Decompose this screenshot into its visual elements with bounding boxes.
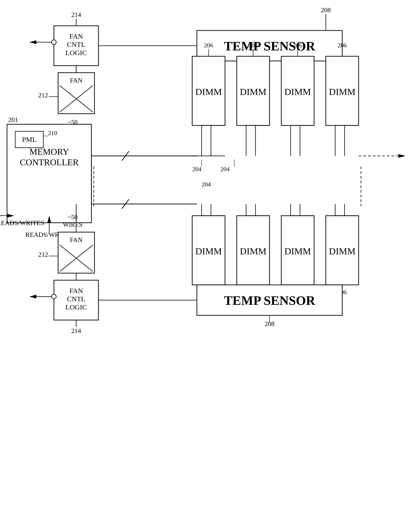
dimm-top-3-label: DIMM (284, 86, 311, 97)
ref-201: 201 (8, 116, 18, 123)
fan-cntl-top-label-line2: CNTL (67, 41, 85, 48)
dimm-top-2-label: DIMM (240, 86, 266, 97)
fan-top-label: FAN (70, 77, 83, 84)
reads-writes-label: READS/WRITES (0, 219, 44, 227)
ref-214-top: 214 (71, 11, 81, 18)
dimm-top-1-label: DIMM (195, 86, 222, 97)
dimm-bottom-2-label: DIMM (240, 246, 266, 256)
pml-label: PML (22, 135, 37, 143)
fan-cntl-top-label-line3: LOGIC (66, 49, 87, 57)
fan-cntl-top-label-line1: FAN (69, 32, 83, 40)
ref-206-top-3: 206 (293, 42, 302, 49)
ref-206-top-1: 206 (204, 42, 213, 49)
dimm-top-4-label: DIMM (329, 86, 355, 97)
fan-bottom-label: FAN (70, 236, 83, 243)
memory-controller-label-line1: MEMORY (29, 147, 69, 157)
ref-206-top-2: 206 (249, 42, 258, 49)
ref-204-top-3: 204 (202, 181, 211, 188)
circle-top-left (52, 40, 56, 45)
fan-cntl-bottom-label-line2: CNTL (67, 295, 85, 303)
ref-204-top-2: 204 (221, 166, 230, 172)
circle-bottom-left (52, 294, 56, 299)
wires-bottom-label-2: WIRES (63, 221, 83, 228)
fan-cntl-bottom-label-line1: FAN (69, 287, 83, 294)
ref-204-top-1: 204 (192, 166, 202, 172)
dimm-bottom-3-label: DIMM (284, 246, 311, 256)
ref-212-top: 212 (38, 91, 48, 99)
ref-212-bottom: 212 (38, 251, 48, 258)
memory-controller-label-line2: CONTROLLER (20, 157, 79, 167)
ref-210: 210 (48, 130, 57, 136)
ref-208-top: 208 (321, 6, 331, 14)
dimm-bottom-4-label: DIMM (329, 246, 355, 256)
ref-214-bottom: 214 (71, 327, 81, 334)
ref-206-top-4: 206 (338, 42, 347, 49)
temp-sensor-bottom-label: TEMP SENSOR (224, 293, 316, 308)
dimm-bottom-1-label: DIMM (195, 246, 222, 256)
diagram: FAN CNTL LOGIC 214 TEMP SENSOR 208 FAN 2… (0, 0, 413, 532)
fan-cntl-bottom-label-line3: LOGIC (66, 303, 87, 311)
